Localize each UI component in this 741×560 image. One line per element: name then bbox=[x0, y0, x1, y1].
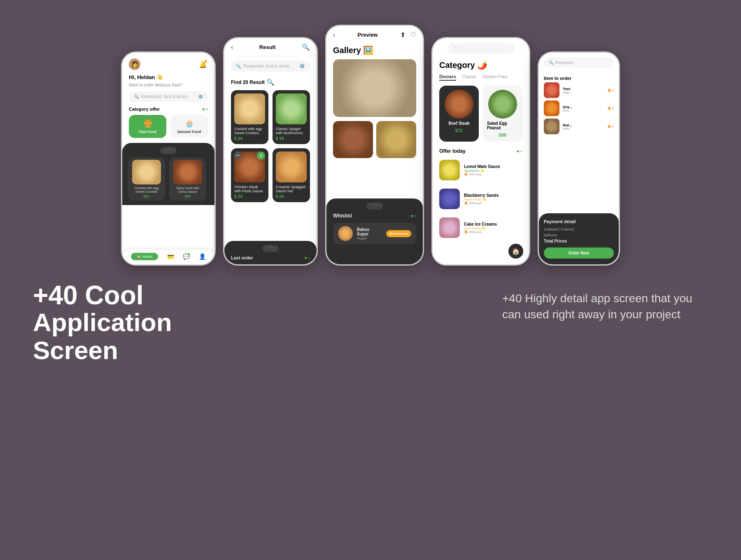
p2-back-button[interactable]: ‹ bbox=[231, 44, 233, 51]
p2-food-price-2: $ 34 bbox=[276, 136, 307, 141]
p1-food-card-2[interactable]: Spicy meat with Citrus Sauce $97 bbox=[169, 157, 206, 201]
p1-fastfood-label: Fast Food bbox=[139, 130, 156, 134]
p2-search-icon[interactable]: 🔍 bbox=[302, 43, 310, 51]
p2-food-price-1: $ 34 bbox=[234, 136, 265, 141]
main-container: 👩 🔔 Hi, Heldan 👋 Want to order delicious… bbox=[0, 0, 741, 560]
p3-back-button[interactable]: ‹ bbox=[333, 31, 335, 39]
p1-nav-home[interactable]: 🏠 Home bbox=[131, 253, 158, 260]
p2-result-icon: 🔍 bbox=[266, 78, 275, 86]
fastfood-icon: 🍔 bbox=[143, 119, 152, 128]
p4-offer-item-3[interactable]: Cake Ice Creams Ice Creams ⭐ 🔥 450 kcal bbox=[439, 215, 522, 240]
p2-chevron[interactable]: ⌃⌃ bbox=[262, 245, 279, 252]
p4-offer-tag-2: Fresh Fruits ⭐ bbox=[464, 198, 522, 201]
p2-food-img-2 bbox=[276, 93, 307, 124]
p3-heart-icon[interactable]: ♡ bbox=[410, 31, 416, 39]
p1-nav-card[interactable]: 💳 bbox=[167, 253, 174, 260]
p1-dot-active bbox=[203, 108, 205, 110]
p5-item-row-2[interactable]: Ora... Rom... 🔥 2 bbox=[544, 100, 614, 116]
p1-category-fastfood[interactable]: 🍔 Fast Food bbox=[129, 115, 166, 138]
p3-item-name: Bakso Super bbox=[357, 227, 382, 236]
p2-search-bar[interactable]: 🔍 Restaurant, food & drinks ⚙️ bbox=[231, 61, 310, 72]
profile-icon: 👤 bbox=[199, 253, 206, 260]
p3-wdot-2 bbox=[414, 215, 416, 217]
p1-nav-profile[interactable]: 👤 bbox=[199, 253, 206, 260]
p1-food-price-1: $51 bbox=[143, 194, 149, 198]
p5-order-button[interactable]: Order Now bbox=[544, 247, 614, 259]
p3-whislist-row: Whislist bbox=[333, 213, 416, 219]
p4-tab-gluten[interactable]: Glutten Free bbox=[482, 74, 507, 81]
phone-3: ‹ Preview ⬆ ♡ Gallery 🖼️ bbox=[325, 25, 424, 266]
p2-food-card-2[interactable]: Classic Spaget with Mushrooms $ 34 bbox=[273, 90, 310, 144]
p3-thumb-1[interactable] bbox=[333, 121, 373, 158]
p1-nav-chat[interactable]: 💬 bbox=[183, 253, 190, 260]
p5-search-icon: 🔍 bbox=[549, 61, 553, 65]
p4-offer-name-1: Lemot Mate Sauce bbox=[464, 164, 522, 169]
p3-item-info: Bakso Super Veggie bbox=[357, 227, 382, 240]
p4-offer-kcal-3: 🔥 450 kcal bbox=[464, 230, 522, 234]
p4-tab-classic[interactable]: Classic bbox=[462, 74, 476, 81]
p4-search-bar[interactable]: ⌃ bbox=[447, 43, 514, 54]
bottom-section: +40 Cool Application Screen +40 Highly d… bbox=[0, 266, 741, 364]
p3-gallery-title: Gallery 🖼️ bbox=[326, 44, 423, 59]
p3-whislist-item[interactable]: Bakso Super Veggie Mushrooms bbox=[333, 223, 416, 244]
p2-food-card-4[interactable]: Creamie Spaggeti Sauce Nut $ 34 bbox=[273, 148, 310, 202]
p5-search-bar[interactable]: 🔍 Restaurant bbox=[544, 58, 614, 68]
p2-food-grid: Cooked with egg Sweet Cookies $ 34 Class… bbox=[224, 90, 317, 202]
p4-feat-price-1: $72 bbox=[455, 128, 463, 133]
p1-bell-icon[interactable]: 🔔 bbox=[198, 59, 208, 69]
p5-search-placeholder: Restaurant bbox=[555, 61, 573, 65]
p4-offer-name-3: Cake Ice Creams bbox=[464, 222, 522, 226]
phone-3-inner: ‹ Preview ⬆ ♡ Gallery 🖼️ bbox=[326, 26, 423, 264]
p1-food-img-2 bbox=[173, 160, 202, 184]
p3-thumb-2[interactable] bbox=[376, 121, 416, 158]
p2-minus-btn[interactable]: − bbox=[234, 152, 242, 159]
p5-items-title: Item to order bbox=[544, 76, 571, 81]
p3-dark-bottom: ⌃⌃ Whislist Bakso Super Veggie bbox=[326, 198, 423, 264]
p4-feat-card-2[interactable]: Salad Egg Peanut $88 bbox=[483, 86, 522, 142]
home-icon: 🏠 bbox=[137, 255, 141, 259]
p4-offer-dot-2 bbox=[520, 150, 522, 152]
p4-tab-classic-label: Classic bbox=[462, 74, 476, 79]
p5-item-list: Tres Vege... 🔥 2 Ora... Rom... 🔥 2 bbox=[539, 82, 619, 134]
p1-home-label: Home bbox=[142, 254, 152, 259]
p3-gallery-text: Gallery 🖼️ bbox=[333, 45, 373, 55]
p3-share-icon[interactable]: ⬆ bbox=[400, 31, 405, 39]
p1-food-price-2: $97 bbox=[184, 194, 191, 198]
p5-payment-title: Payment detail bbox=[544, 219, 614, 224]
p2-header: ‹ Result 🔍 bbox=[224, 38, 317, 56]
p1-food-card-1[interactable]: Cooked with egg Sweet Cookies $51 bbox=[128, 157, 165, 201]
p1-chevron[interactable]: ⌃⌃ bbox=[160, 147, 177, 154]
p1-cat-header: Category offer bbox=[122, 107, 214, 115]
p5-delivery-label: Delivery bbox=[544, 233, 557, 237]
p5-item-row-1[interactable]: Tres Vege... 🔥 2 bbox=[544, 82, 614, 98]
phone-4-inner: ⌃ Category 🌶️ Dinners Classic Glutten Fr… bbox=[433, 38, 529, 264]
p4-tabs: Dinners Classic Glutten Free bbox=[433, 74, 529, 86]
p2-food-card-1[interactable]: Cooked with egg Sweet Cookies $ 34 bbox=[231, 90, 268, 144]
p1-dessert-label: Dessert Food bbox=[177, 130, 201, 134]
p5-item-row-3[interactable]: Nut... Mola... 🔥 2 bbox=[544, 119, 614, 134]
p4-offer-item-1[interactable]: Lemot Mate Sauce Vegetarian ⭐ 🔥 240 kcal bbox=[439, 157, 522, 183]
p4-category-header: Category 🌶️ bbox=[433, 58, 529, 74]
p1-food-img-1 bbox=[132, 160, 161, 184]
search-icon: 🔍 bbox=[134, 94, 139, 99]
p2-food-name-2: Classic Spaget with Mushrooms bbox=[276, 127, 307, 135]
p1-search-bar[interactable]: 🔍 Restaurant, food & drinks ⚙️ bbox=[129, 91, 208, 102]
p3-main-image bbox=[333, 59, 416, 117]
p2-food-card-3[interactable]: − 2 Chicken Steak with Pasta Sauce $ 34 bbox=[231, 148, 268, 202]
p4-offer-items: Lemot Mate Sauce Vegetarian ⭐ 🔥 240 kcal… bbox=[433, 157, 529, 240]
p4-offer-kcal-2: 🔥 450 kcal bbox=[464, 201, 522, 205]
p5-item-sub-1: Vege... bbox=[563, 91, 604, 94]
p3-chevron[interactable]: ⌃⌃ bbox=[366, 203, 383, 210]
p5-payment-section: Payment detail Subtotal ( 3 items) Deliv… bbox=[539, 213, 619, 264]
p1-category-dessert[interactable]: 🧁 Dessert Food bbox=[170, 115, 208, 138]
p2-food-img-1 bbox=[234, 93, 265, 124]
p4-offer-item-2[interactable]: Blackberry Sands Fresh Fruits ⭐ 🔥 450 kc… bbox=[439, 186, 522, 212]
p4-home-button[interactable]: 🏠 bbox=[508, 244, 523, 259]
p4-feat-name-2: Salad Egg Peanut bbox=[487, 121, 518, 130]
p4-feat-card-1[interactable]: Beef Steak $72 bbox=[439, 86, 479, 142]
p5-subtotal-label: Subtotal ( 3 items) bbox=[544, 227, 574, 231]
p4-offer-kcal-1: 🔥 240 kcal bbox=[464, 173, 522, 176]
p4-tab-dinners[interactable]: Dinners bbox=[439, 74, 456, 81]
p1-dot-inactive bbox=[206, 108, 208, 110]
p1-avatar: 👩 bbox=[129, 58, 140, 70]
